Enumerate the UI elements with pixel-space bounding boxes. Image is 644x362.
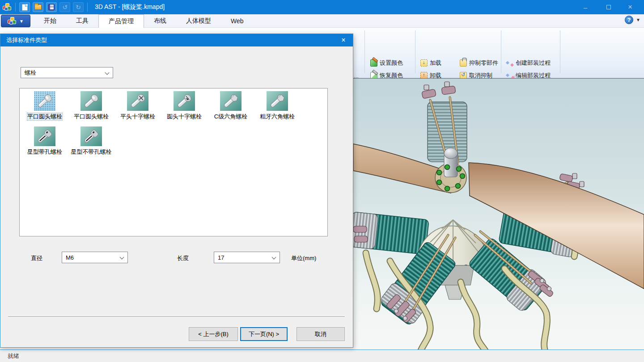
tab-start[interactable]: 开始 — [34, 14, 66, 28]
open-folder-icon — [34, 4, 42, 10]
bolt-type-item[interactable]: 平头十字螺栓 — [114, 91, 161, 120]
chevron-down-icon[interactable]: ▼ — [636, 17, 640, 22]
tab-routing[interactable]: 布线 — [144, 14, 176, 28]
status-text: 就绪 — [8, 352, 19, 360]
divider — [15, 3, 16, 12]
save-button[interactable] — [46, 2, 57, 12]
length-label: 长度 — [177, 254, 189, 262]
length-select[interactable]: 17 — [214, 252, 280, 263]
load-icon — [420, 59, 428, 67]
divider — [87, 3, 88, 12]
close-button[interactable]: × — [620, 0, 640, 14]
suppress-icon — [460, 59, 467, 67]
redo-icon: ↻ — [76, 4, 81, 10]
bolt-type-listbox: 平口圆头螺栓 平口圆头螺栓 平头十字螺栓 圆头十字螺栓 C级六角螺栓 粗牙六角螺… — [19, 88, 328, 236]
dialog-titlebar[interactable]: 选择标准件类型 — [0, 34, 353, 46]
bolt-type-item[interactable]: 平口圆头螺栓 — [68, 91, 114, 120]
ribbon-separator — [364, 30, 365, 73]
cancel-button[interactable]: 取消 — [297, 327, 345, 341]
new-page-icon — [22, 4, 28, 11]
ribbon-separator — [501, 30, 501, 73]
bolt-thumbnail-icon — [127, 91, 148, 111]
bolt-type-item[interactable]: 平口圆头螺栓 — [21, 91, 68, 120]
diameter-value: M6 — [66, 254, 74, 261]
open-file-button[interactable] — [33, 2, 43, 12]
new-file-button[interactable] — [19, 2, 30, 12]
bolt-thumbnail-icon — [34, 126, 55, 146]
save-floppy-icon — [48, 4, 55, 10]
tab-web[interactable]: Web — [221, 14, 254, 28]
load-button[interactable]: 加载 — [419, 57, 443, 69]
back-button[interactable]: < 上一步(B) — [189, 327, 238, 341]
set-color-icon — [370, 59, 377, 67]
window-title: 3D AST - [螺旋桨.kmapd] — [95, 3, 165, 11]
minimize-button[interactable]: – — [575, 0, 596, 14]
part-category-value: 螺栓 — [25, 69, 36, 77]
ribbon-tab-row: ▼ 开始 工具 产品管理 布线 人体模型 Web ? ▼ — [0, 14, 644, 28]
bolt-type-item[interactable]: 星型不带孔螺栓 — [68, 126, 114, 156]
application-menu-button[interactable]: ▼ — [1, 15, 30, 27]
redo-button[interactable]: ↻ — [73, 2, 84, 12]
create-assembly-process-button[interactable]: 创建部装过程 — [504, 57, 552, 69]
app-logo-icon — [3, 3, 12, 11]
dialog-close-button[interactable]: × — [336, 34, 351, 46]
part-category-select[interactable]: 螺栓 — [21, 67, 113, 78]
diameter-select[interactable]: M6 — [62, 252, 128, 263]
status-bar: 就绪 — [0, 349, 644, 362]
dialog-separator — [8, 316, 345, 317]
chevron-down-icon: ▼ — [19, 19, 24, 24]
bolt-thumbnail-icon — [267, 91, 288, 111]
chevron-down-icon — [272, 255, 276, 260]
bolt-type-item[interactable]: C级六角螺栓 — [208, 91, 254, 120]
bolt-thumbnail-icon — [220, 91, 242, 111]
set-color-button[interactable]: 设置颜色 — [369, 57, 405, 69]
ribbon-separator — [415, 30, 415, 73]
ribbon-separator — [560, 30, 560, 73]
bolt-type-item[interactable]: 星型带孔螺栓 — [21, 126, 68, 156]
length-value: 17 — [218, 254, 224, 261]
help-button[interactable]: ? — [625, 16, 633, 24]
bolt-thumbnail-icon — [174, 91, 195, 111]
chevron-down-icon — [120, 255, 124, 260]
bolt-thumbnail-icon — [34, 91, 55, 111]
create-process-icon — [506, 59, 513, 67]
tab-tools[interactable]: 工具 — [66, 14, 98, 28]
select-standard-part-dialog: 选择标准件类型 × 螺栓 平口圆头螺栓 平口圆头螺栓 平头十字螺栓 圆头十字螺栓 — [0, 34, 353, 348]
bolt-thumbnail-icon — [80, 91, 102, 111]
maximize-icon — [606, 5, 611, 9]
tab-human-model[interactable]: 人体模型 — [176, 14, 221, 28]
window-titlebar: ↺ ↻ 3D AST - [螺旋桨.kmapd] – × — [0, 0, 644, 14]
dialog-title: 选择标准件类型 — [6, 36, 47, 44]
maximize-button[interactable] — [598, 0, 619, 14]
undo-button[interactable]: ↺ — [59, 2, 70, 12]
bolt-type-item[interactable]: 粗牙六角螺栓 — [254, 91, 301, 120]
undo-icon: ↺ — [62, 4, 68, 10]
next-page-button[interactable]: 下一页(N) > — [240, 327, 288, 341]
suppress-part-button[interactable]: 抑制零部件 — [458, 57, 500, 69]
app-logo-icon — [8, 17, 17, 25]
unit-label: 单位(mm) — [291, 254, 316, 262]
chevron-down-icon — [105, 71, 110, 75]
bolt-thumbnail-icon — [80, 126, 102, 146]
tab-product-management[interactable]: 产品管理 — [98, 14, 144, 28]
diameter-label: 直径 — [31, 254, 42, 262]
bolt-type-item[interactable]: 圆头十字螺栓 — [161, 91, 208, 120]
